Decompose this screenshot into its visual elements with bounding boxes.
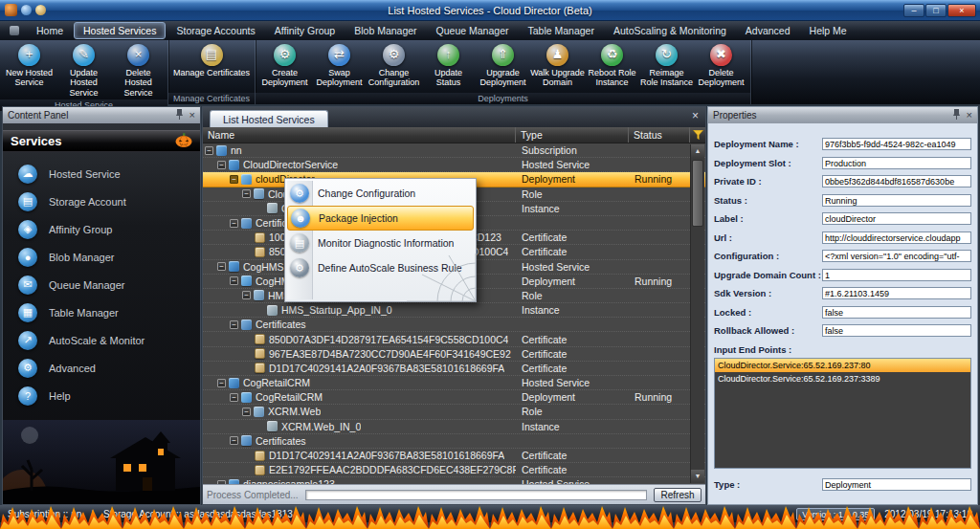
filter-funnel-icon[interactable] [693, 130, 703, 142]
tab-storage-accounts[interactable]: Storage Accounts [167, 23, 263, 38]
input-endpoints-list[interactable]: CloudDirector.Service:65.52.169.237:80Cl… [714, 358, 971, 469]
content-panel-close-icon[interactable]: × [189, 110, 195, 121]
expander-icon[interactable]: − [242, 291, 251, 299]
property-value-label[interactable]: cloudDirector [822, 212, 971, 225]
sidebar-item-queue-manager[interactable]: ✉Queue Manager [3, 271, 200, 298]
column-header-type[interactable]: Type [516, 127, 629, 143]
tab-queue-manager[interactable]: Queue Manager [428, 23, 518, 38]
tree-row[interactable]: −nnSubscription [203, 143, 705, 158]
menu-item-package-injection[interactable]: ☻Package Injection [287, 206, 474, 231]
tree-row[interactable]: −diagnosicsample123Hosted Service [203, 477, 705, 484]
tree-row[interactable]: HMS_Startup_App_IN_0Instance [203, 303, 705, 318]
tree-row[interactable]: −Certificates [203, 318, 705, 332]
scroll-up-arrow[interactable]: ▲ [691, 144, 704, 158]
property-label-url: Url : [714, 232, 732, 243]
sidebar-item-advanced[interactable]: ⚙Advanced [3, 354, 200, 382]
new-hosted-service-button[interactable]: +New Hosted Service [2, 42, 56, 90]
sidebar-item-affinity-group[interactable]: ◈Affinity Group [3, 215, 200, 243]
tree-row[interactable]: −Certificates [203, 434, 705, 449]
create-deployment-button[interactable]: ⚙Create Deployment [257, 42, 312, 90]
property-value-status[interactable]: Running [822, 194, 971, 207]
tab-advanced[interactable]: Advanced [737, 23, 799, 38]
property-value-private-id[interactable]: 0bbe5f362d844bdf816587d630be [822, 175, 971, 187]
tree-row[interactable]: D1D17C4029141A2A0F9367BA83E58101618669FA… [203, 449, 705, 463]
tab-list-hosted-services[interactable]: List Hosted Services [210, 110, 328, 127]
refresh-button[interactable]: Refresh [654, 488, 702, 502]
sidebar-item-blob-manager[interactable]: ●Blob Manager [3, 243, 200, 271]
tab-table-manager[interactable]: Table Manager [519, 23, 602, 38]
tree-row[interactable]: 850D07A3DF14D287917EA654154F9C558CD100C4… [203, 332, 705, 346]
document-close-icon[interactable]: × [692, 110, 699, 121]
upgrade-deployment-button[interactable]: ⇑Upgrade Deployment [476, 42, 530, 90]
expander-icon[interactable]: − [230, 219, 238, 228]
scroll-down-arrow[interactable]: ▼ [691, 470, 704, 483]
expander-icon[interactable]: − [217, 379, 226, 387]
property-value-upgrade-domain-count[interactable]: 1 [822, 269, 971, 281]
pin-icon[interactable] [175, 109, 184, 121]
vertical-scrollbar[interactable]: ▲ ▼ [690, 144, 704, 483]
close-button[interactable]: × [947, 4, 976, 17]
tree-row[interactable]: E2E1792FFEAAC2BDDDFA683CFD6EC438EF279C8F… [203, 463, 705, 477]
property-value-deployment-slot[interactable]: Production [822, 157, 971, 169]
property-value-configuration[interactable]: <?xml version="1.0" encoding="utf- [822, 250, 971, 262]
expander-icon[interactable]: − [217, 262, 226, 271]
sidebar-item-storage-account[interactable]: ▤Storage Account [3, 187, 200, 215]
properties-close-icon[interactable]: × [967, 110, 972, 121]
tab-home[interactable]: Home [28, 23, 72, 38]
walk-upgrade-domain-button[interactable]: ♟Walk Upgrade Domain [530, 42, 585, 90]
endpoint-item[interactable]: CloudDirector.Service:65.52.169.237:3389 [715, 372, 970, 386]
expander-icon[interactable]: − [230, 276, 238, 285]
sidebar-item-autoscale-monitor[interactable]: ↗AutoScale & Monitor [3, 326, 200, 354]
menu-item-monitor-diagnostic-information[interactable]: ▤Monitor Diagnostic Information [287, 231, 474, 255]
tab-autoscaling-monitoring[interactable]: AutoScaling & Monitoring [605, 23, 735, 38]
properties-pin-icon[interactable] [952, 109, 961, 121]
expander-icon[interactable]: − [230, 436, 238, 445]
expander-icon[interactable]: − [205, 146, 213, 155]
expander-icon[interactable]: − [230, 320, 238, 329]
package-injection-menu-icon: ☻ [291, 209, 310, 228]
tab-blob-manager[interactable]: Blob Manager [345, 23, 425, 38]
reimage-role-instance-button[interactable]: ↻Reimage Role Instance [639, 42, 694, 90]
endpoint-item[interactable]: CloudDirector.Service:65.52.169.237:80 [715, 359, 970, 372]
tab-affinity-group[interactable]: Affinity Group [266, 23, 344, 38]
maximize-button[interactable]: □ [925, 4, 947, 17]
scrollbar-thumb[interactable] [692, 160, 703, 227]
tree-row[interactable]: −CogRetailCRMHosted Service [203, 376, 705, 390]
hosted-service-icon: ☁ [18, 165, 37, 184]
menu-item-change-configuration[interactable]: ⚙Change Configuration [287, 181, 474, 206]
column-header-status[interactable]: Status [629, 127, 690, 143]
expander-icon[interactable]: − [230, 175, 238, 184]
property-value-deployment-name[interactable]: 976f3bb5-f9dd-4524-982c-ea1049 [822, 138, 971, 150]
expander-icon[interactable]: − [230, 393, 238, 402]
delete-deployment-button[interactable]: ✖Delete Deployment [694, 42, 748, 90]
property-value-sd-k-version[interactable]: #1.6.21103.1459 [822, 287, 971, 299]
reboot-role-instance-button[interactable]: ♻Reboot Role Instance [585, 42, 639, 90]
expander-icon[interactable]: − [217, 161, 226, 169]
column-header-name[interactable]: Name [203, 127, 516, 143]
minimize-button[interactable]: – [903, 4, 924, 17]
expander-icon[interactable]: − [242, 408, 251, 416]
update-hosted-service-button[interactable]: ✎Update Hosted Service [56, 42, 111, 99]
tree-row[interactable]: XCRM.Web_IN_0Instance [203, 420, 705, 434]
window-menu-icon[interactable] [10, 26, 19, 35]
tree-row[interactable]: −CloudDirectorServiceHosted Service [203, 158, 705, 172]
property-value-type[interactable]: Deployment [822, 478, 971, 491]
swap-deployment-button[interactable]: ⇄Swap Deployment [312, 42, 367, 90]
tree-row[interactable]: 967EA3E87D4BA7230CC7D90AE4F60F341649CE92… [203, 347, 705, 362]
tab-help-me[interactable]: Help Me [801, 23, 856, 38]
expander-icon[interactable]: − [242, 189, 251, 198]
sidebar-item-help[interactable]: ?Help [3, 382, 200, 409]
tree-row[interactable]: −XCRM.WebRole [203, 405, 705, 419]
update-status-button[interactable]: ↑Update Status [421, 42, 476, 90]
tab-hosted-services[interactable]: Hosted Services [74, 22, 166, 39]
property-value-rollback-allowed[interactable]: false [822, 324, 971, 337]
tree-row[interactable]: D1D17C4029141A2A0F9367BA83E58101618669FA… [203, 362, 705, 376]
property-value-locked[interactable]: false [822, 306, 971, 319]
delete-hosted-service-button[interactable]: ×Delete Hosted Service [111, 42, 166, 99]
manage-certificates-button[interactable]: ▤Manage Certificates [170, 42, 253, 79]
sidebar-item-table-manager[interactable]: ▦Table Manager [3, 298, 200, 326]
property-value-url[interactable]: http://clouddirectorservice.cloudapp [822, 231, 971, 244]
sidebar-item-hosted-service[interactable]: ☁Hosted Service [3, 160, 200, 187]
tree-row[interactable]: −CogRetailCRMDeploymentRunning [203, 390, 705, 405]
change-configuration-button[interactable]: ⚙Change Configuration [367, 42, 421, 90]
